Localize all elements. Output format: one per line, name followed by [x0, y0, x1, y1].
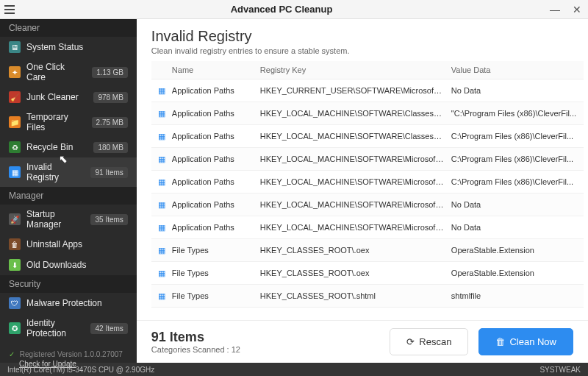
cell-name: Application Paths [172, 177, 260, 186]
col-value: Value Data [451, 65, 584, 74]
sidebar-item-uninstall-apps[interactable]: 🗑 Uninstall Apps [0, 234, 137, 255]
cell-key: HKEY_CLASSES_ROOT\.oex [260, 246, 451, 255]
table-row[interactable]: ▦Application PathsHKEY_LOCAL_MACHINE\SOF… [151, 194, 584, 216]
registry-entry-icon: ▦ [156, 221, 168, 233]
titlebar: Advanced PC Cleanup — ✕ [0, 0, 588, 19]
sidebar-item-invalid-registry[interactable]: ▦ Invalid Registry 91 Items [0, 157, 137, 187]
cell-key: HKEY_CLASSES_ROOT\.shtml [260, 291, 451, 300]
broom-icon: ✦ [9, 66, 21, 78]
minimize-button[interactable]: — [544, 0, 566, 19]
sidebar-item-old-downloads[interactable]: ⬇ Old Downloads [0, 255, 137, 275]
action-bar: 91 Items Categories Scanned : 12 ⟳ Resca… [137, 320, 588, 363]
check-icon: ✓ [9, 350, 15, 358]
cell-key: HKEY_LOCAL_MACHINE\SOFTWARE\Microsoft\Wi… [260, 200, 451, 209]
sidebar-item-label: System Status [26, 42, 128, 52]
cell-key: HKEY_LOCAL_MACHINE\SOFTWARE\Microsoft\Wi… [260, 177, 451, 186]
cpu-info: Intel(R) Core(TM) i5-3470S CPU @ 2.90GHz [7, 366, 154, 374]
refresh-icon: ⟳ [406, 336, 415, 347]
registered-text: Registered Version 1.0.0.27007 [20, 350, 123, 358]
section-manager: Manager [0, 187, 137, 205]
sidebar-item-badge: 180 MB [93, 142, 127, 153]
cell-value: OperaStable.Extension [451, 269, 584, 277]
table-row[interactable]: ▦Application PathsHKEY_LOCAL_MACHINE\SOF… [151, 148, 584, 171]
cell-value: No Data [451, 223, 584, 232]
table-row[interactable]: ▦File TypesHKEY_CLASSES_ROOT\.shtmlshtml… [151, 285, 584, 308]
registry-entry-icon: ▦ [156, 130, 168, 142]
rocket-icon: 🚀 [9, 213, 21, 225]
download-icon: ⬇ [9, 259, 21, 271]
sidebar-item-system-status[interactable]: 🖥 System Status [0, 37, 137, 57]
sidebar-item-malware-protection[interactable]: 🛡 Malware Protection [0, 293, 137, 313]
sidebar-item-badge: 2.75 MB [92, 117, 128, 128]
cell-name: File Types [172, 269, 260, 277]
section-security: Security [0, 275, 137, 293]
cell-value: No Data [451, 200, 584, 209]
registry-icon: ▦ [9, 166, 21, 178]
table-row[interactable]: ▦Application PathsHKEY_LOCAL_MACHINE\SOF… [151, 216, 584, 239]
cell-value: No Data [451, 86, 584, 95]
cell-key: HKEY_CURRENT_USER\SOFTWARE\Microsoft\Win… [260, 86, 451, 95]
clean-now-button[interactable]: 🗑 Clean Now [478, 328, 573, 355]
cell-name: Application Paths [172, 200, 260, 209]
registry-entry-icon: ▦ [156, 107, 168, 119]
sidebar-item-label: Old Downloads [26, 260, 128, 270]
scan-summary: 91 Items Categories Scanned : 12 [151, 330, 379, 354]
table-row[interactable]: ▦File TypesHKEY_CLASSES_ROOT\.oexOperaSt… [151, 262, 584, 285]
cell-name: Application Paths [172, 155, 260, 163]
registry-entry-icon: ▦ [156, 244, 168, 256]
table-row[interactable]: ▦Application PathsHKEY_LOCAL_MACHINE\SOF… [151, 102, 584, 125]
cell-name: File Types [172, 291, 260, 300]
col-name: Name [172, 65, 260, 74]
sidebar-item-recycle-bin[interactable]: ♻ Recycle Bin 180 MB [0, 137, 137, 157]
sidebar-item-junk-cleaner[interactable]: 🧹 Junk Cleaner 978 MB [0, 87, 137, 107]
trash-icon: 🗑 [495, 336, 505, 347]
page-subtitle: Clean invalid registry entries to ensure… [151, 46, 573, 55]
folder-icon: 📁 [9, 116, 21, 128]
registry-entry-icon: ▦ [156, 85, 168, 96]
cell-name: Application Paths [172, 132, 260, 141]
page-title: Invalid Registry [151, 28, 573, 45]
sidebar-item-startup-manager[interactable]: 🚀 Startup Manager 35 Items [0, 205, 137, 234]
item-count: 91 Items [151, 330, 379, 345]
registry-entry-icon: ▦ [156, 153, 168, 165]
cell-value: C:\Program Files (x86)\CleverFil... [451, 132, 584, 141]
status-bar: Intel(R) Core(TM) i5-3470S CPU @ 2.90GHz… [0, 363, 588, 376]
junk-icon: 🧹 [9, 91, 21, 103]
sidebar-item-label: Identity Protection [26, 318, 85, 338]
sidebar-item-label: Startup Manager [26, 209, 85, 230]
cell-value: C:\Program Files (x86)\CleverFil... [451, 177, 584, 186]
sidebar-item-label: Junk Cleaner [26, 92, 87, 102]
table-row[interactable]: ▦Application PathsHKEY_LOCAL_MACHINE\SOF… [151, 171, 584, 194]
cell-key: HKEY_LOCAL_MACHINE\SOFTWARE\Microsoft\Wi… [260, 223, 451, 232]
sidebar-item-label: Malware Protection [26, 298, 128, 308]
table-row[interactable]: ▦File TypesHKEY_CLASSES_ROOT\.oexOperaSt… [151, 239, 584, 262]
close-button[interactable]: ✕ [566, 0, 588, 19]
sidebar-item-temporary-files[interactable]: 📁 Temporary Files 2.75 MB [0, 107, 137, 137]
recycle-icon: ♻ [9, 141, 21, 153]
cell-key: HKEY_LOCAL_MACHINE\SOFTWARE\Classes\Appl… [260, 132, 451, 141]
registry-table[interactable]: Name Registry Key Value Data ▦Applicatio… [137, 61, 588, 320]
app-title: Advanced PC Cleanup [19, 4, 544, 15]
rescan-button[interactable]: ⟳ Rescan [390, 328, 468, 355]
cell-key: HKEY_LOCAL_MACHINE\SOFTWARE\Microsoft\Wi… [260, 155, 451, 163]
sidebar: Cleaner 🖥 System Status ✦ One Click Care… [0, 19, 137, 363]
table-row[interactable]: ▦Application PathsHKEY_CURRENT_USER\SOFT… [151, 79, 584, 102]
sidebar-item-badge: 1.13 GB [92, 67, 128, 78]
registry-entry-icon: ▦ [156, 199, 168, 210]
cell-key: HKEY_LOCAL_MACHINE\SOFTWARE\Classes\Appl… [260, 109, 451, 118]
menu-icon[interactable] [0, 0, 19, 19]
categories-scanned: Categories Scanned : 12 [151, 345, 379, 354]
rescan-label: Rescan [419, 336, 451, 347]
sidebar-item-badge: 978 MB [93, 92, 127, 103]
sidebar-item-one-click-care[interactable]: ✦ One Click Care 1.13 GB [0, 57, 137, 87]
table-header: Name Registry Key Value Data [151, 61, 584, 79]
cell-value: "C:\Program Files (x86)\CleverFil... [451, 109, 584, 118]
sidebar-item-badge: 42 Items [90, 323, 127, 334]
table-row[interactable]: ▦Application PathsHKEY_LOCAL_MACHINE\SOF… [151, 125, 584, 148]
cell-name: Application Paths [172, 109, 260, 118]
cell-value: OperaStable.Extension [451, 246, 584, 255]
monitor-icon: 🖥 [9, 41, 21, 53]
sidebar-item-label: Uninstall Apps [26, 239, 128, 249]
sidebar-item-identity-protection[interactable]: ✪ Identity Protection 42 Items [0, 313, 137, 343]
cell-key: HKEY_CLASSES_ROOT\.oex [260, 269, 451, 277]
